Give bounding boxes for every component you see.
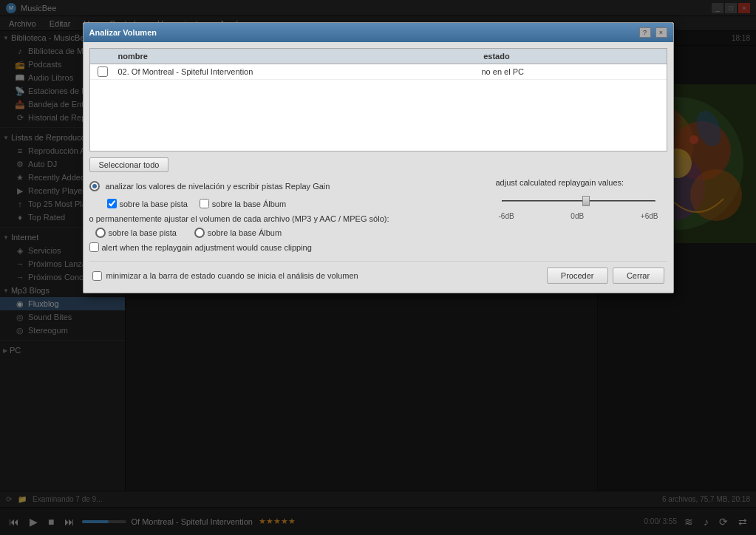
radio-sub-group: sobre la base pista sobre la base Álbum	[107, 199, 490, 208]
radio-group-1: analizar los valores de nivelación y esc…	[89, 178, 490, 194]
proceder-button[interactable]: Proceder	[547, 268, 608, 284]
modal-option-section: analizar los valores de nivelación y esc…	[89, 178, 667, 238]
slider-container[interactable]	[502, 193, 655, 211]
alert-checkbox-label: alert when the replaygain adjustment wou…	[102, 243, 312, 252]
modal-file-estado-1: no en el PC	[479, 67, 664, 76]
modal-close-button[interactable]: ×	[655, 27, 667, 38]
modal-file-list-header: nombre estado	[90, 49, 667, 64]
modal-help-button[interactable]: ?	[639, 27, 651, 38]
modal-col-estado[interactable]: estado	[477, 50, 666, 62]
slider-track	[502, 200, 655, 202]
analizar-volumen-modal: Analizar Volumen ? × nombre estado 02. O…	[83, 22, 674, 293]
cerrar-button[interactable]: Cerrar	[613, 268, 664, 284]
modal-file-row-1[interactable]: 02. Of Montreal - Spiteful Intervention …	[90, 64, 667, 80]
checkbox-album-label: sobre la base Álbum	[212, 200, 286, 208]
slider-section: adjust calculated replaygain values: -6d…	[490, 178, 667, 238]
radio-3-sub1[interactable]: sobre la base pista	[95, 228, 177, 238]
modal-file-list: nombre estado 02. Of Montreal - Spiteful…	[89, 48, 667, 151]
modal-title-bar: Analizar Volumen ? ×	[84, 23, 673, 42]
modal-file-nombre-1: 02. Of Montreal - Spiteful Intervention	[115, 67, 479, 76]
minimize-checkbox[interactable]	[92, 271, 102, 281]
modal-body: nombre estado 02. Of Montreal - Spiteful…	[84, 42, 673, 293]
modal-col-check	[90, 50, 112, 62]
checkbox-pista-input[interactable]	[107, 199, 117, 208]
slider-labels: -6dB 0dB +6dB	[499, 212, 658, 220]
option3-label: o permanentemente ajustar el volumen de …	[89, 214, 490, 223]
minimize-label: minimizar a la barra de estado cuando se…	[106, 271, 358, 280]
file-checkbox-1[interactable]	[98, 67, 108, 77]
radio-3-sub2[interactable]: sobre la base Álbum	[194, 228, 282, 238]
radio-3-sub2-circle[interactable]	[194, 228, 205, 238]
modal-footer-left: minimizar a la barra de estado cuando se…	[92, 271, 358, 281]
modal-title: Analizar Volumen	[89, 28, 635, 37]
checkbox-album-input[interactable]	[200, 199, 209, 208]
slider-thumb[interactable]	[582, 196, 590, 206]
radio-1-label: analizar los valores de nivelación y esc…	[106, 182, 330, 191]
radio-group-3-sub: sobre la base pista sobre la base Álbum	[95, 228, 490, 238]
slider-label: adjust calculated replaygain values:	[496, 178, 661, 187]
checkbox-album[interactable]: sobre la base Álbum	[200, 199, 286, 208]
modal-footer-buttons: Proceder Cerrar	[547, 268, 664, 284]
slider-mid-label: 0dB	[571, 212, 584, 220]
checkbox-pista-label: sobre la base pista	[120, 200, 188, 208]
alert-checkbox[interactable]	[89, 242, 99, 252]
radio-1[interactable]	[89, 181, 100, 191]
select-all-button[interactable]: Seleccionar todo	[89, 157, 169, 172]
slider-max-label: +6dB	[641, 212, 658, 220]
alert-checkbox-item[interactable]: alert when the replaygain adjustment wou…	[89, 242, 667, 252]
checkbox-pista[interactable]: sobre la base pista	[107, 199, 188, 208]
modal-col-nombre[interactable]: nombre	[112, 50, 478, 62]
modal-overlay: Analizar Volumen ? × nombre estado 02. O…	[0, 0, 756, 535]
radio-3-sub1-circle[interactable]	[95, 228, 106, 238]
slider-min-label: -6dB	[499, 212, 514, 220]
modal-footer: minimizar a la barra de estado cuando se…	[89, 261, 667, 287]
